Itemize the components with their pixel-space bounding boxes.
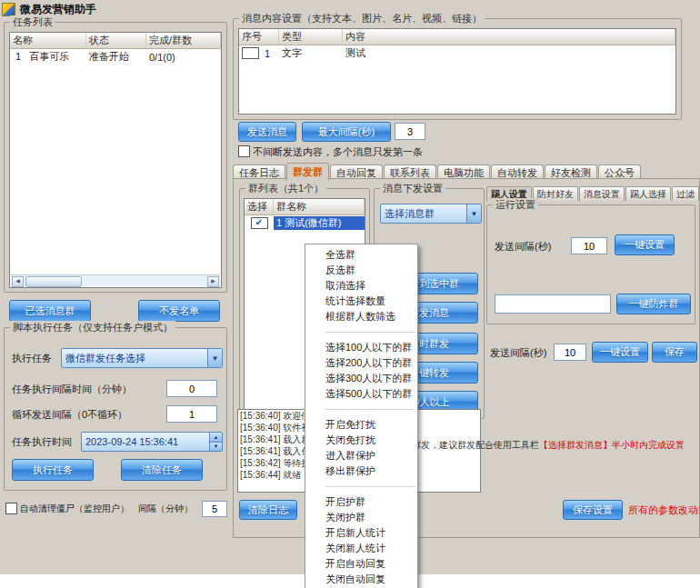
chevron-down-icon[interactable]: ▼ (466, 204, 481, 223)
menu-disable-guard[interactable]: 关闭护群 (305, 510, 417, 525)
rtab-kick-select[interactable]: 踢人选择 (625, 186, 671, 201)
save-settings-button[interactable]: 保存设置 (563, 500, 623, 520)
max-interval-input[interactable] (395, 123, 425, 140)
col-status[interactable]: 状态 (86, 33, 146, 48)
col-name[interactable]: 名称 (10, 33, 86, 48)
scrollbar-thumb[interactable] (25, 276, 82, 287)
col-index[interactable]: 序号 (239, 29, 279, 45)
menu-clear-selection[interactable]: 取消选择 (305, 278, 417, 294)
task-table-header: 名称 状态 完成/群数 (10, 33, 221, 49)
task-row-name: 1 百事可乐 (10, 50, 86, 64)
tab-group-send[interactable]: 群发群 (286, 163, 329, 181)
group-list-title: 群列表（共1个） (245, 182, 326, 195)
interval-label: 任务执行间隔时间（分钟） (12, 383, 132, 396)
rtab-anti-ban[interactable]: 防封好友 (533, 186, 578, 201)
menu-enable-newcomer-stats[interactable]: 开启新人统计 (305, 525, 417, 541)
menu-disable-dnd[interactable]: 关闭免打扰 (305, 433, 417, 448)
clear-task-button[interactable]: 清除任务 (121, 459, 203, 481)
task-table: 名称 状态 完成/群数 1 百事可乐 准备开始 0/1(0) ◀ ▶ (9, 32, 222, 288)
menu-invert-selection[interactable]: 反选群 (305, 263, 417, 278)
menu-select-all[interactable]: 全选群 (305, 247, 417, 263)
task-list-group: 任务列表 名称 状态 完成/群数 1 百事可乐 准备开始 0/1(0) ◀ ▶ (4, 22, 227, 293)
script-task-title: 脚本执行任务（仅支持任务户模式） (10, 321, 175, 334)
menu-count-selection[interactable]: 统计选择数量 (305, 294, 417, 309)
no-break-checkbox[interactable] (238, 145, 250, 157)
message-row-type: 文字 (279, 46, 343, 60)
menu-select-under-500[interactable]: 选择500人以下的群 (305, 386, 417, 402)
col-progress[interactable]: 完成/群数 (146, 33, 221, 48)
spin-up-icon[interactable]: ▲ (210, 433, 222, 443)
menu-select-under-300[interactable]: 选择300人以下的群 (305, 371, 417, 386)
interval-input[interactable] (166, 380, 217, 397)
time-label: 任务执行时间 (12, 435, 72, 449)
send-message-button[interactable]: 发送消息 (238, 122, 296, 142)
loop-input[interactable] (166, 405, 217, 423)
auto-clean-input[interactable] (202, 501, 227, 517)
auto-clean-checkbox[interactable] (5, 503, 17, 514)
message-row[interactable]: 1 文字 测试 (239, 45, 675, 61)
blacklist-button[interactable]: 不发名单 (138, 300, 220, 322)
run-settings-group: 运行设置 发送间隔(秒) 一键设置 一键防炸群 (486, 204, 695, 324)
col-content[interactable]: 内容 (343, 29, 675, 45)
menu-separator (325, 486, 415, 487)
script-task-group: 脚本执行任务（仅支持任务户模式） 执行任务 微信群发任务选择 ▼ 任务执行间隔时… (4, 327, 227, 491)
spin-down-icon[interactable]: ▼ (210, 443, 222, 452)
auto-clean-interval-label: 间隔（分钟） (138, 503, 193, 515)
task-row[interactable]: 1 百事可乐 准备开始 0/1(0) (10, 49, 221, 65)
task-list-title: 任务列表 (10, 15, 55, 29)
menu-separator (325, 332, 415, 333)
chevron-down-icon[interactable]: ▼ (207, 349, 222, 367)
no-break-label: 不间断发送内容，多个消息只发第一条 (253, 145, 423, 159)
menu-disable-auto-reply[interactable]: 关闭自动回复 (305, 572, 417, 587)
message-content-title: 消息内容设置（支持文本、图片、名片、视频、链接） (239, 12, 485, 25)
group-send-panel: 群列表（共1个） 选择 群名称 1 测试(微信群) 消息下发设置 选择消息群 (233, 178, 700, 538)
menu-disable-newcomer-stats[interactable]: 关闭新人统计 (305, 541, 417, 556)
selected-groups-button[interactable]: 已选消息群 (9, 300, 91, 322)
send-settings-title: 消息下发设置 (380, 182, 445, 195)
message-group-value: 选择消息群 (385, 207, 435, 221)
menu-select-under-100[interactable]: 选择100人以下的群 (305, 340, 417, 355)
task-select-dropdown[interactable]: 微信群发任务选择 ▼ (61, 348, 223, 368)
group-row-name: 1 测试(微信群) (274, 216, 365, 230)
menu-enter-protection[interactable]: 进入群保护 (305, 448, 417, 463)
run-settings-title: 运行设置 (493, 198, 538, 212)
menu-enable-dnd[interactable]: 开启免打扰 (305, 417, 417, 433)
usage-hint: 满人去群发，建议群发配合使用工具栏【选择群发消息】半小时内完成设置 (385, 439, 695, 451)
message-group-dropdown[interactable]: 选择消息群 ▼ (380, 204, 482, 224)
horizontal-scrollbar[interactable]: ◀ ▶ (11, 274, 220, 286)
anti-bomb-button[interactable]: 一键防炸群 (616, 294, 691, 314)
col-group-name[interactable]: 群名称 (274, 199, 365, 214)
spinner-control[interactable]: ▲▼ (209, 433, 222, 451)
col-select[interactable]: 选择 (245, 199, 274, 214)
datetime-picker[interactable]: 2023-09-24 15:36:41 ▲▼ (81, 432, 223, 452)
scroll-left-icon[interactable]: ◀ (12, 276, 24, 287)
interval2-input[interactable] (554, 344, 586, 361)
run-task-button[interactable]: 执行任务 (12, 459, 94, 481)
group-row-checkbox[interactable] (251, 217, 268, 229)
menu-exit-protection[interactable]: 移出群保护 (305, 463, 417, 479)
rtab-filter[interactable]: 过滤 (672, 186, 699, 201)
menu-filter-by-members[interactable]: 根据群人数筛选 (305, 309, 417, 324)
task-select-value: 微信群发任务选择 (65, 352, 145, 365)
group-row[interactable]: 1 测试(微信群) (245, 215, 365, 231)
clear-log-button[interactable]: 清除日志 (239, 500, 297, 520)
set1-button[interactable]: 一键设置 (615, 234, 675, 255)
message-row-checkbox[interactable] (242, 47, 259, 59)
set2-button[interactable]: 一键设置 (592, 342, 648, 363)
anti-input[interactable] (495, 294, 611, 314)
menu-select-under-200[interactable]: 选择200人以下的群 (305, 355, 417, 371)
group-row-check-cell (245, 217, 274, 229)
menu-enable-guard[interactable]: 开启护群 (305, 494, 417, 510)
col-type[interactable]: 类型 (279, 29, 343, 45)
max-interval-chip: 最大间隔(秒) (302, 122, 391, 142)
rtab-message-settings[interactable]: 消息设置 (579, 186, 625, 201)
save-warning-text: 所有的参数改动需要保存 (628, 503, 700, 517)
interval2-label: 发送间隔(秒) (490, 346, 546, 360)
scroll-right-icon[interactable]: ▶ (207, 276, 219, 287)
menu-enable-auto-reply[interactable]: 开启自动回复 (305, 556, 417, 572)
interval1-label: 发送间隔(秒) (495, 240, 551, 254)
save-params-button[interactable]: 保存 (652, 342, 697, 363)
interval1-input[interactable] (571, 237, 607, 254)
message-table: 序号 类型 内容 1 文字 测试 (238, 28, 676, 115)
group-list-header: 选择 群名称 (245, 199, 365, 215)
